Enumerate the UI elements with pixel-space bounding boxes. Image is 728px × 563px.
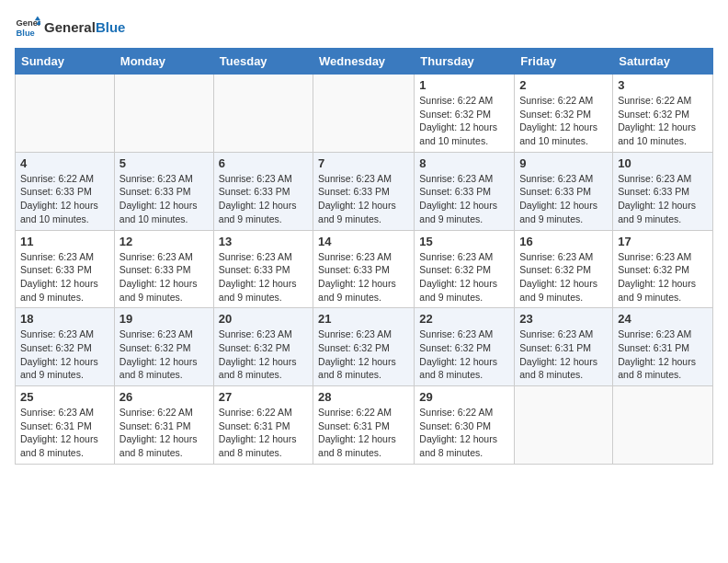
day-number: 14 — [318, 235, 409, 248]
calendar-cell — [213, 75, 313, 153]
calendar-cell: 24Sunrise: 6:23 AMSunset: 6:31 PMDayligh… — [613, 308, 713, 386]
calendar-cell: 27Sunrise: 6:22 AMSunset: 6:31 PMDayligh… — [213, 386, 313, 465]
day-number: 8 — [419, 156, 509, 170]
calendar-cell: 15Sunrise: 6:23 AMSunset: 6:32 PMDayligh… — [415, 230, 515, 308]
day-number: 23 — [519, 312, 608, 326]
svg-text:Blue: Blue — [17, 29, 35, 38]
day-number: 7 — [318, 156, 409, 170]
calendar-cell: 7Sunrise: 6:23 AMSunset: 6:33 PMDaylight… — [313, 152, 415, 230]
day-number: 4 — [20, 156, 109, 170]
calendar-cell: 16Sunrise: 6:23 AMSunset: 6:32 PMDayligh… — [515, 230, 613, 308]
calendar-cell: 6Sunrise: 6:23 AMSunset: 6:33 PMDaylight… — [213, 152, 313, 230]
calendar-cell: 8Sunrise: 6:23 AMSunset: 6:33 PMDaylight… — [415, 152, 515, 230]
day-number: 20 — [219, 312, 308, 326]
week-row-4: 25Sunrise: 6:23 AMSunset: 6:31 PMDayligh… — [16, 386, 713, 465]
day-number: 27 — [219, 390, 308, 404]
day-info: Sunrise: 6:23 AMSunset: 6:31 PMDaylight:… — [20, 406, 109, 460]
calendar-cell — [515, 386, 613, 465]
calendar-cell: 18Sunrise: 6:23 AMSunset: 6:32 PMDayligh… — [16, 308, 115, 386]
calendar-cell — [613, 386, 713, 465]
day-info: Sunrise: 6:23 AMSunset: 6:32 PMDaylight:… — [419, 250, 509, 304]
calendar-header-row: SundayMondayTuesdayWednesdayThursdayFrid… — [16, 49, 713, 75]
day-info: Sunrise: 6:22 AMSunset: 6:32 PMDaylight:… — [618, 94, 708, 148]
page-header: General Blue GeneralBlue — [15, 15, 713, 40]
calendar-cell: 10Sunrise: 6:23 AMSunset: 6:33 PMDayligh… — [613, 152, 713, 230]
calendar-cell: 14Sunrise: 6:23 AMSunset: 6:33 PMDayligh… — [313, 230, 415, 308]
day-number: 22 — [419, 312, 509, 326]
day-info: Sunrise: 6:23 AMSunset: 6:31 PMDaylight:… — [618, 327, 708, 382]
logo: General Blue GeneralBlue — [15, 15, 125, 40]
day-number: 11 — [20, 235, 109, 248]
header-wednesday: Wednesday — [313, 49, 415, 75]
day-number: 25 — [20, 390, 109, 404]
day-info: Sunrise: 6:23 AMSunset: 6:33 PMDaylight:… — [419, 172, 509, 226]
calendar-cell: 28Sunrise: 6:22 AMSunset: 6:31 PMDayligh… — [313, 386, 415, 465]
day-info: Sunrise: 6:23 AMSunset: 6:33 PMDaylight:… — [318, 172, 409, 226]
day-number: 29 — [419, 390, 509, 404]
day-info: Sunrise: 6:23 AMSunset: 6:33 PMDaylight:… — [219, 172, 308, 226]
day-info: Sunrise: 6:23 AMSunset: 6:33 PMDaylight:… — [519, 172, 608, 226]
day-number: 19 — [119, 312, 209, 326]
calendar-cell: 26Sunrise: 6:22 AMSunset: 6:31 PMDayligh… — [114, 386, 213, 465]
day-info: Sunrise: 6:23 AMSunset: 6:33 PMDaylight:… — [318, 250, 409, 304]
calendar-cell: 9Sunrise: 6:23 AMSunset: 6:33 PMDaylight… — [515, 152, 613, 230]
calendar-cell: 5Sunrise: 6:23 AMSunset: 6:33 PMDaylight… — [114, 152, 213, 230]
logo-blue: Blue — [96, 19, 126, 35]
calendar-cell: 3Sunrise: 6:22 AMSunset: 6:32 PMDaylight… — [613, 75, 713, 153]
calendar-cell — [313, 75, 415, 153]
day-number: 26 — [119, 390, 209, 404]
day-number: 1 — [419, 78, 509, 92]
calendar-cell: 29Sunrise: 6:22 AMSunset: 6:30 PMDayligh… — [415, 386, 515, 465]
header-thursday: Thursday — [415, 49, 515, 75]
calendar-cell — [114, 75, 213, 153]
calendar-cell — [16, 75, 115, 153]
day-number: 15 — [419, 235, 509, 248]
calendar-cell: 20Sunrise: 6:23 AMSunset: 6:32 PMDayligh… — [213, 308, 313, 386]
day-info: Sunrise: 6:23 AMSunset: 6:32 PMDaylight:… — [20, 327, 109, 382]
day-number: 5 — [119, 156, 209, 170]
calendar-cell: 12Sunrise: 6:23 AMSunset: 6:33 PMDayligh… — [114, 230, 213, 308]
calendar-cell: 13Sunrise: 6:23 AMSunset: 6:33 PMDayligh… — [213, 230, 313, 308]
day-info: Sunrise: 6:23 AMSunset: 6:32 PMDaylight:… — [119, 327, 209, 382]
calendar-cell: 17Sunrise: 6:23 AMSunset: 6:32 PMDayligh… — [613, 230, 713, 308]
day-info: Sunrise: 6:22 AMSunset: 6:30 PMDaylight:… — [419, 406, 509, 460]
day-info: Sunrise: 6:23 AMSunset: 6:32 PMDaylight:… — [419, 327, 509, 382]
day-number: 21 — [318, 312, 409, 326]
day-number: 9 — [519, 156, 608, 170]
day-info: Sunrise: 6:23 AMSunset: 6:32 PMDaylight:… — [618, 250, 708, 304]
day-info: Sunrise: 6:23 AMSunset: 6:32 PMDaylight:… — [219, 327, 308, 382]
header-sunday: Sunday — [16, 49, 115, 75]
logo-icon: General Blue — [15, 15, 40, 40]
header-saturday: Saturday — [613, 49, 713, 75]
calendar-cell: 1Sunrise: 6:22 AMSunset: 6:32 PMDaylight… — [415, 75, 515, 153]
header-tuesday: Tuesday — [213, 49, 313, 75]
day-info: Sunrise: 6:23 AMSunset: 6:33 PMDaylight:… — [119, 172, 209, 226]
header-monday: Monday — [114, 49, 213, 75]
day-number: 24 — [618, 312, 708, 326]
day-info: Sunrise: 6:23 AMSunset: 6:33 PMDaylight:… — [119, 250, 209, 304]
calendar-cell: 22Sunrise: 6:23 AMSunset: 6:32 PMDayligh… — [415, 308, 515, 386]
week-row-1: 4Sunrise: 6:22 AMSunset: 6:33 PMDaylight… — [16, 152, 713, 230]
day-number: 16 — [519, 235, 608, 248]
week-row-2: 11Sunrise: 6:23 AMSunset: 6:33 PMDayligh… — [16, 230, 713, 308]
day-number: 3 — [618, 78, 708, 92]
day-info: Sunrise: 6:22 AMSunset: 6:31 PMDaylight:… — [219, 406, 308, 460]
day-info: Sunrise: 6:22 AMSunset: 6:31 PMDaylight:… — [119, 406, 209, 460]
day-number: 28 — [318, 390, 409, 404]
day-info: Sunrise: 6:22 AMSunset: 6:31 PMDaylight:… — [318, 406, 409, 460]
day-info: Sunrise: 6:22 AMSunset: 6:33 PMDaylight:… — [20, 172, 109, 226]
day-number: 10 — [618, 156, 708, 170]
day-info: Sunrise: 6:22 AMSunset: 6:32 PMDaylight:… — [419, 94, 509, 148]
calendar-cell: 23Sunrise: 6:23 AMSunset: 6:31 PMDayligh… — [515, 308, 613, 386]
day-info: Sunrise: 6:23 AMSunset: 6:31 PMDaylight:… — [519, 327, 608, 382]
day-info: Sunrise: 6:23 AMSunset: 6:33 PMDaylight:… — [219, 250, 308, 304]
day-info: Sunrise: 6:22 AMSunset: 6:32 PMDaylight:… — [519, 94, 608, 148]
day-number: 18 — [20, 312, 109, 326]
calendar-cell: 4Sunrise: 6:22 AMSunset: 6:33 PMDaylight… — [16, 152, 115, 230]
day-number: 2 — [519, 78, 608, 92]
calendar-cell: 21Sunrise: 6:23 AMSunset: 6:32 PMDayligh… — [313, 308, 415, 386]
day-info: Sunrise: 6:23 AMSunset: 6:33 PMDaylight:… — [618, 172, 708, 226]
logo-general: General — [44, 19, 96, 35]
calendar-cell: 2Sunrise: 6:22 AMSunset: 6:32 PMDaylight… — [515, 75, 613, 153]
day-number: 17 — [618, 235, 708, 248]
